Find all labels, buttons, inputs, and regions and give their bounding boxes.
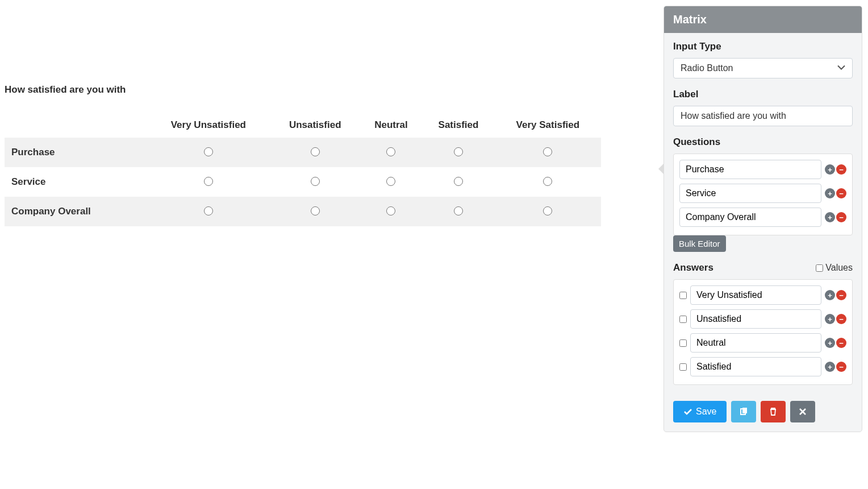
matrix-row-label: Service (5, 167, 147, 197)
list-item: + − (679, 184, 846, 203)
list-item: + − (679, 208, 846, 227)
matrix-radio[interactable] (543, 177, 552, 186)
answer-input[interactable] (690, 285, 821, 305)
matrix-col-header: Satisfied (422, 113, 495, 138)
list-item: + − (679, 160, 846, 179)
minus-icon[interactable]: − (836, 164, 846, 175)
matrix-row-label: Company Overall (5, 197, 147, 226)
plus-icon[interactable]: + (825, 338, 835, 348)
matrix-col-header: Very Unsatisfied (147, 113, 270, 138)
minus-icon[interactable]: − (836, 338, 846, 348)
matrix-radio[interactable] (311, 206, 320, 216)
question-input[interactable] (679, 160, 821, 179)
list-item: + − (679, 357, 846, 376)
list-item: + − (679, 309, 846, 329)
panel-title: Matrix (664, 6, 862, 33)
values-checkbox[interactable] (816, 264, 823, 272)
answer-checkbox[interactable] (679, 316, 687, 323)
matrix-radio[interactable] (454, 177, 463, 186)
save-button[interactable]: Save (673, 401, 727, 422)
plus-icon[interactable]: + (825, 362, 835, 372)
panel-footer: Save (664, 394, 862, 432)
matrix-radio[interactable] (204, 177, 213, 186)
matrix-radio[interactable] (386, 177, 395, 186)
settings-panel: Matrix Input Type Label Questions (663, 6, 862, 432)
close-button[interactable] (790, 401, 815, 422)
minus-icon[interactable]: − (836, 314, 846, 324)
matrix-col-header: Very Satisfied (495, 113, 601, 138)
matrix-radio[interactable] (311, 147, 320, 156)
input-type-label: Input Type (673, 41, 853, 52)
bulk-editor-button[interactable]: Bulk Editor (673, 235, 726, 252)
list-item: + − (679, 333, 846, 353)
plus-icon[interactable]: + (825, 290, 835, 300)
matrix-radio[interactable] (386, 147, 395, 156)
plus-icon[interactable]: + (825, 164, 835, 175)
questions-list: + − + − + − (673, 154, 853, 235)
table-row: Service (5, 167, 601, 197)
plus-icon[interactable]: + (825, 188, 835, 198)
label-input[interactable] (673, 106, 853, 126)
question-input[interactable] (679, 184, 821, 203)
minus-icon[interactable]: − (836, 290, 846, 300)
matrix-radio[interactable] (543, 147, 552, 156)
matrix-row-label: Purchase (5, 138, 147, 167)
panel-pointer (658, 163, 664, 175)
input-type-select[interactable] (673, 58, 853, 78)
svg-rect-1 (742, 408, 747, 413)
trash-icon (769, 407, 778, 416)
matrix-radio[interactable] (543, 206, 552, 216)
save-button-label: Save (696, 407, 716, 417)
minus-icon[interactable]: − (836, 362, 846, 372)
answer-input[interactable] (690, 357, 821, 376)
answer-input[interactable] (690, 333, 821, 353)
copy-button[interactable] (731, 401, 756, 422)
matrix-header-spacer (5, 113, 147, 138)
plus-icon[interactable]: + (825, 212, 835, 222)
matrix-radio[interactable] (386, 206, 395, 216)
questions-label: Questions (673, 136, 853, 148)
close-icon (798, 407, 807, 416)
values-toggle-label: Values (825, 263, 853, 273)
answer-checkbox[interactable] (679, 292, 687, 299)
minus-icon[interactable]: − (836, 188, 846, 198)
matrix-radio[interactable] (454, 147, 463, 156)
minus-icon[interactable]: − (836, 212, 846, 222)
answer-input[interactable] (690, 309, 821, 329)
check-icon (683, 407, 692, 416)
plus-icon[interactable]: + (825, 314, 835, 324)
answer-checkbox[interactable] (679, 339, 687, 347)
answer-checkbox[interactable] (679, 363, 687, 371)
matrix-radio[interactable] (204, 147, 213, 156)
matrix-col-header: Neutral (360, 113, 422, 138)
question-input[interactable] (679, 208, 821, 227)
values-toggle[interactable]: Values (816, 263, 853, 273)
matrix-radio[interactable] (204, 206, 213, 216)
copy-icon (739, 407, 748, 416)
answers-label: Answers (673, 262, 713, 273)
delete-button[interactable] (761, 401, 786, 422)
matrix-radio[interactable] (454, 206, 463, 216)
matrix-radio[interactable] (311, 177, 320, 186)
matrix-col-header: Unsatisfied (270, 113, 360, 138)
label-field-label: Label (673, 89, 853, 100)
list-item: + − (679, 285, 846, 305)
table-row: Purchase (5, 138, 601, 167)
answers-list: + − + − + − (673, 279, 853, 385)
matrix-table: Very Unsatisfied Unsatisfied Neutral Sat… (5, 113, 601, 226)
matrix-preview: How satisfied are you with Very Unsatisf… (5, 84, 601, 226)
table-row: Company Overall (5, 197, 601, 226)
matrix-question-title: How satisfied are you with (5, 84, 601, 96)
